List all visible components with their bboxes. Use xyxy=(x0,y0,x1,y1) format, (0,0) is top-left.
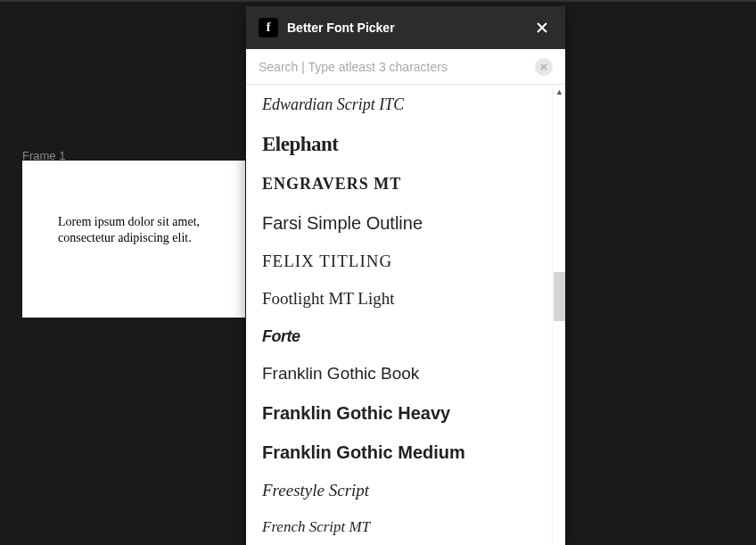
font-item-footlight-mt-light[interactable]: Footlight MT Light xyxy=(246,280,552,318)
frame-text-content[interactable]: Lorem ipsum dolor sit amet, consectetur … xyxy=(58,214,218,245)
font-item-edwardian-script-itc[interactable]: Edwardian Script ITC xyxy=(246,87,552,123)
picker-header: f Better Font Picker xyxy=(246,6,565,49)
font-item-franklin-gothic-book[interactable]: Franklin Gothic Book xyxy=(246,355,552,393)
scrollbar-track[interactable]: ▲ xyxy=(552,85,565,545)
font-item-french-script-mt[interactable]: French Script MT xyxy=(246,509,552,545)
font-item-elephant[interactable]: Elephant xyxy=(246,123,552,166)
font-item-forte[interactable]: Forte xyxy=(246,318,552,355)
search-row xyxy=(246,49,565,85)
font-item-freestyle-script[interactable]: Freestyle Script xyxy=(246,472,552,510)
app-icon: f xyxy=(259,18,278,37)
font-item-franklin-gothic-heavy[interactable]: Franklin Gothic Heavy xyxy=(246,393,552,433)
font-item-farsi-simple-outline[interactable]: Farsi Simple Outline xyxy=(246,203,552,243)
font-item-engravers-mt[interactable]: ENGRAVERS MT xyxy=(246,166,552,202)
search-input[interactable] xyxy=(259,60,528,74)
close-button[interactable] xyxy=(531,17,553,38)
picker-header-left: f Better Font Picker xyxy=(259,18,395,37)
font-list[interactable]: Edwardian Script ITC Elephant ENGRAVERS … xyxy=(246,85,552,545)
clear-search-button[interactable] xyxy=(535,58,553,76)
scroll-thumb[interactable] xyxy=(554,272,565,321)
font-item-felix-titling[interactable]: FELIX TITLING xyxy=(246,243,552,281)
close-icon xyxy=(535,21,549,35)
font-list-container: Edwardian Script ITC Elephant ENGRAVERS … xyxy=(246,85,565,545)
frame[interactable]: Lorem ipsum dolor sit amet, consectetur … xyxy=(22,161,245,318)
font-item-franklin-gothic-medium[interactable]: Franklin Gothic Medium xyxy=(246,433,552,472)
font-picker-panel: f Better Font Picker Edwardian Script IT… xyxy=(246,6,565,545)
picker-title: Better Font Picker xyxy=(287,21,395,35)
scroll-arrow-up-icon[interactable]: ▲ xyxy=(553,87,565,97)
clear-icon xyxy=(539,62,548,71)
canvas-area[interactable]: Frame 1 Lorem ipsum dolor sit amet, cons… xyxy=(0,2,756,545)
